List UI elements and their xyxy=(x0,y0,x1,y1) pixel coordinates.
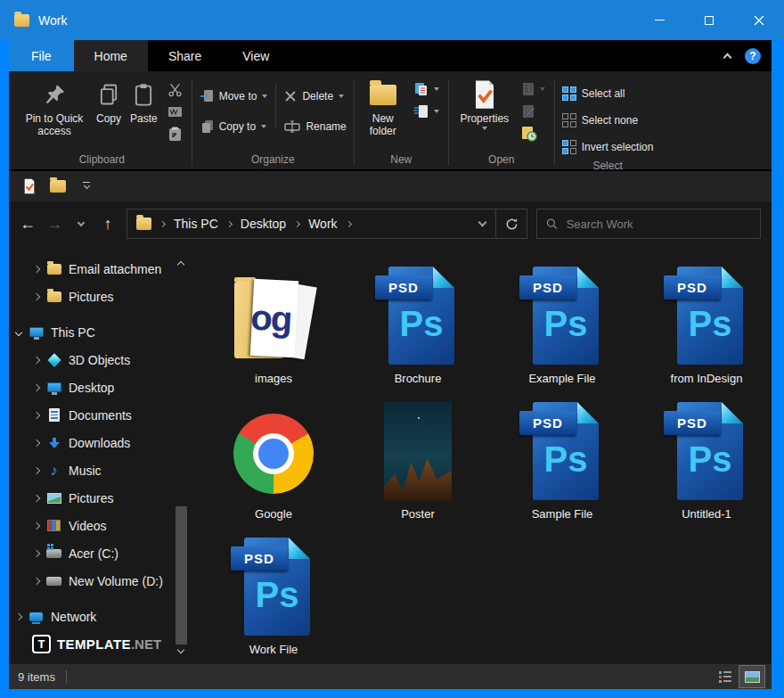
file-images[interactable]: og images xyxy=(201,253,346,389)
sidebar-item-email-attachments[interactable]: Email attachmen xyxy=(9,255,173,283)
tab-file[interactable]: File xyxy=(9,40,74,71)
chevron-down-icon xyxy=(478,218,486,227)
scroll-up-icon[interactable] xyxy=(177,261,184,268)
file-from-indesign[interactable]: Ps PSD from InDesign xyxy=(634,253,772,389)
rename-button[interactable]: Rename xyxy=(282,116,348,137)
file-brochure[interactable]: Ps PSD Brochure xyxy=(346,253,490,389)
sidebar-item-pictures[interactable]: Pictures xyxy=(9,484,173,512)
paste-button[interactable]: Paste xyxy=(126,77,162,127)
thumbnail-view-button[interactable] xyxy=(739,666,764,687)
chevron-right-icon[interactable] xyxy=(33,439,40,446)
back-button[interactable]: ← xyxy=(14,210,41,237)
chevron-right-icon[interactable] xyxy=(33,549,40,556)
file-untitled-1[interactable]: Ps PSD Untitled-1 xyxy=(634,389,772,524)
copy-path-button[interactable] xyxy=(166,103,185,120)
file-example-file[interactable]: Ps PSD Example File xyxy=(490,253,634,389)
breadcrumb-work[interactable]: Work xyxy=(301,209,344,238)
minimize-button[interactable] xyxy=(634,0,684,40)
music-icon: ♪ xyxy=(45,463,62,478)
chevron-down-icon xyxy=(78,218,85,226)
select-all-icon xyxy=(562,86,576,101)
scrollbar-thumb[interactable] xyxy=(176,506,187,645)
invert-selection-button[interactable]: Invert selection xyxy=(559,136,657,158)
close-button[interactable] xyxy=(734,0,784,40)
ribbon-group-select: Select all Select none Invert selection … xyxy=(555,74,661,169)
search-input[interactable] xyxy=(567,218,751,231)
breadcrumb-this-pc[interactable]: This PC xyxy=(167,209,225,238)
sidebar-item-downloads[interactable]: Downloads xyxy=(9,429,173,456)
chevron-right-icon[interactable] xyxy=(33,521,40,529)
tab-share[interactable]: Share xyxy=(148,40,222,71)
file-poster[interactable]: Poster xyxy=(346,389,490,524)
select-all-label: Select all xyxy=(582,87,625,100)
chrome-icon xyxy=(233,414,314,494)
group-label-open: Open xyxy=(449,152,554,169)
move-to-button[interactable]: Move to xyxy=(197,86,271,107)
qat-new-folder-button[interactable] xyxy=(46,175,69,198)
chevron-right-icon[interactable] xyxy=(15,612,22,620)
minimize-icon xyxy=(655,20,665,21)
sidebar-item-music[interactable]: ♪ Music xyxy=(9,456,173,484)
file-work-file[interactable]: Ps PSD Work File xyxy=(201,524,346,660)
chevron-right-icon[interactable] xyxy=(33,411,40,418)
chevron-right-icon[interactable] xyxy=(33,356,40,363)
chevron-down-icon[interactable] xyxy=(15,328,22,335)
sidebar-item-new-volume-d[interactable]: New Volume (D:) xyxy=(9,567,173,595)
file-sample-file[interactable]: Ps PSD Sample File xyxy=(490,389,634,524)
breadcrumb-chevron-icon xyxy=(226,220,233,226)
cut-button[interactable] xyxy=(166,80,185,98)
sidebar-item-desktop[interactable]: Desktop xyxy=(9,374,173,401)
address-folder-icon xyxy=(136,218,151,230)
open-button[interactable] xyxy=(519,80,548,98)
chevron-right-icon[interactable] xyxy=(33,292,40,300)
sidebar-item-acer-c[interactable]: Acer (C:) xyxy=(9,539,173,567)
chevron-right-icon[interactable] xyxy=(33,494,40,501)
qat-customize-button[interactable] xyxy=(75,175,98,198)
paste-label: Paste xyxy=(130,112,158,125)
document-icon xyxy=(45,407,62,423)
chevron-right-icon[interactable] xyxy=(33,466,40,473)
history-button[interactable] xyxy=(519,125,539,143)
select-all-button[interactable]: Select all xyxy=(559,83,657,104)
edit-button[interactable] xyxy=(519,103,539,120)
tab-home[interactable]: Home xyxy=(74,40,148,71)
chevron-right-icon[interactable] xyxy=(33,265,40,272)
new-folder-button[interactable]: New folder xyxy=(359,77,407,139)
delete-button[interactable]: Delete xyxy=(282,86,348,107)
copy-button[interactable]: Copy xyxy=(92,77,126,127)
details-view-button[interactable] xyxy=(713,666,738,687)
chevron-right-icon[interactable] xyxy=(33,577,40,584)
maximize-button[interactable] xyxy=(684,0,734,40)
refresh-button[interactable] xyxy=(496,209,527,238)
address-bar[interactable]: This PC Desktop Work xyxy=(127,209,527,239)
chevron-right-icon[interactable] xyxy=(33,383,40,390)
copy-to-button[interactable]: Copy to xyxy=(197,116,271,137)
pin-to-quick-access-button[interactable]: Pin to Quick access xyxy=(17,77,92,139)
up-button[interactable]: ↑ xyxy=(94,210,121,237)
breadcrumb-desktop[interactable]: Desktop xyxy=(233,209,293,238)
group-label-organize: Organize xyxy=(192,152,354,169)
sidebar-item-3d-objects[interactable]: 3D Objects xyxy=(9,346,173,374)
ribbon: Pin to Quick access Copy Paste xyxy=(9,71,772,171)
sidebar-item-videos[interactable]: Videos xyxy=(9,512,173,539)
easy-access-button[interactable] xyxy=(411,103,442,120)
help-button[interactable]: ? xyxy=(745,48,761,64)
sidebar-item-this-pc[interactable]: This PC xyxy=(9,318,173,346)
sidebar-item-documents[interactable]: Documents xyxy=(9,401,173,429)
new-item-button[interactable] xyxy=(411,80,442,98)
sidebar-item-network[interactable]: Network xyxy=(9,603,173,630)
sidebar-item-pictures-folder[interactable]: Pictures xyxy=(9,283,173,310)
recent-locations-button[interactable] xyxy=(68,210,94,237)
paste-shortcut-button[interactable] xyxy=(166,125,185,143)
qat-properties-button[interactable] xyxy=(18,175,41,198)
forward-button[interactable]: → xyxy=(41,210,68,237)
select-none-button[interactable]: Select none xyxy=(559,110,657,131)
collapse-ribbon-icon[interactable] xyxy=(723,53,732,62)
breadcrumb-chevron-icon xyxy=(346,220,352,226)
scroll-down-icon[interactable] xyxy=(177,646,184,653)
file-google[interactable]: Google xyxy=(201,389,346,524)
properties-button[interactable]: Properties xyxy=(453,77,516,132)
sidebar-scrollbar[interactable] xyxy=(175,246,189,664)
address-dropdown-button[interactable] xyxy=(469,209,495,238)
tab-view[interactable]: View xyxy=(222,40,290,71)
